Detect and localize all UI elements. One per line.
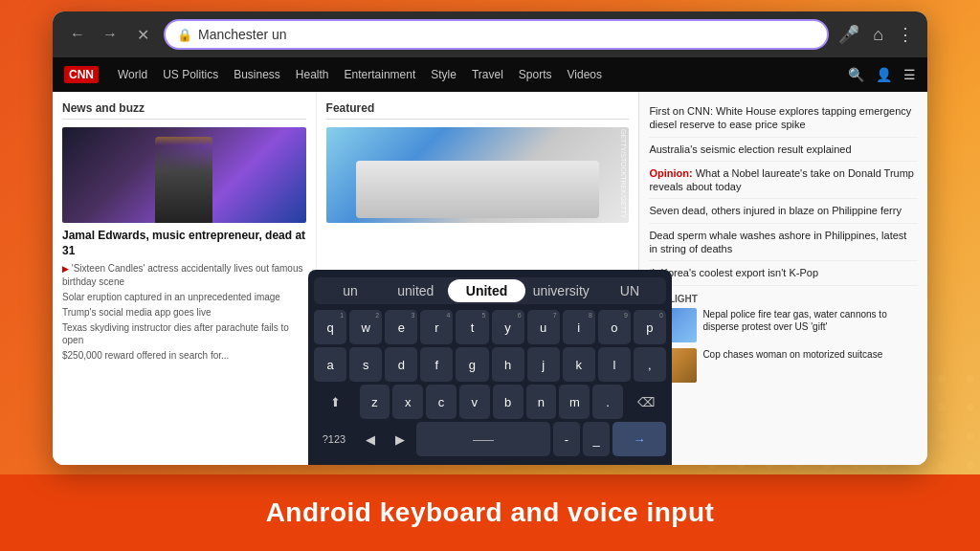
suggestion-un-caps[interactable]: UN	[597, 279, 662, 302]
svg-point-39	[967, 461, 974, 469]
key-dash[interactable]: -	[553, 422, 580, 456]
key-underscore[interactable]: _	[583, 422, 610, 456]
key-e[interactable]: 3e	[385, 310, 417, 344]
key-a[interactable]: a	[314, 347, 346, 382]
bottom-banner-text: Android keyboard and voice input	[266, 497, 715, 528]
svg-point-9	[967, 375, 974, 383]
back-button[interactable]: ←	[66, 26, 89, 43]
featured-credit: GETTY/STOCKTREK/GETTY	[620, 129, 627, 218]
key-w[interactable]: 2w	[349, 310, 382, 344]
cnn-logo[interactable]: CNN	[64, 66, 99, 83]
browser-chrome: ← → ✕ 🔒 Manchester un 🎤 ⌂ ⋮	[53, 11, 927, 57]
key-arrow-left[interactable]: ◀	[357, 422, 384, 456]
key-row-1: 1q 2w 3e 4r 5t 6y 7u 8i 9o 0p	[314, 310, 666, 344]
close-button[interactable]: ✕	[131, 26, 154, 44]
user-icon[interactable]: 👤	[876, 67, 892, 82]
nav-us-politics[interactable]: US Politics	[155, 68, 226, 81]
key-z[interactable]: z	[360, 385, 390, 419]
nav-style[interactable]: Style	[423, 68, 464, 81]
key-enter[interactable]: →	[612, 422, 666, 456]
sidebar-item-1[interactable]: First on CNN: White House explores tappi…	[649, 99, 918, 138]
nav-health[interactable]: Health	[288, 68, 337, 81]
news-image	[62, 127, 306, 223]
key-o[interactable]: 9o	[598, 310, 631, 344]
suggestion-un[interactable]: un	[318, 279, 383, 302]
news-subitem-3[interactable]: Trump's social media app goes live	[62, 306, 306, 319]
suggestions-row: un united United university UN	[314, 277, 666, 304]
spotlight-label: potlight	[649, 294, 918, 304]
key-l[interactable]: l	[598, 347, 631, 382]
key-f[interactable]: f	[420, 347, 453, 382]
nav-sports[interactable]: Sports	[511, 68, 560, 81]
bottom-banner: Android keyboard and voice input	[0, 474, 980, 551]
key-x[interactable]: x	[392, 385, 423, 419]
key-i[interactable]: 8i	[563, 310, 595, 344]
key-row-2: a s d f g h j k l ,	[314, 347, 666, 382]
news-headline[interactable]: Jamal Edwards, music entrepreneur, dead …	[62, 229, 306, 258]
key-backspace[interactable]: ⌫	[626, 385, 666, 419]
nav-travel[interactable]: Travel	[464, 68, 511, 81]
suggestion-united-lower[interactable]: united	[383, 279, 448, 302]
key-t[interactable]: 5t	[456, 310, 488, 344]
key-k[interactable]: k	[563, 347, 595, 382]
key-s[interactable]: s	[349, 347, 382, 382]
key-b[interactable]: b	[493, 385, 523, 419]
key-arrow-right[interactable]: ▶	[387, 422, 413, 456]
nav-business[interactable]: Business	[226, 68, 288, 81]
key-y[interactable]: 6y	[492, 310, 524, 344]
news-subitem-1[interactable]: ▶ 'Sixteen Candles' actress accidentally…	[62, 262, 306, 288]
sidebar-item-3[interactable]: Opinion: What a Nobel laureate's take on…	[649, 162, 918, 200]
key-shift[interactable]: ⬆	[314, 385, 357, 419]
key-h[interactable]: h	[492, 347, 524, 382]
spotlight-text-2: Cop chases woman on motorized suitcase	[702, 348, 882, 383]
key-period[interactable]: .	[592, 385, 623, 419]
news-image-person	[155, 137, 212, 223]
key-numbers[interactable]: ?123	[314, 422, 354, 456]
address-text: Manchester un	[198, 27, 815, 42]
key-space[interactable]: ——	[416, 422, 550, 456]
key-d[interactable]: d	[385, 347, 417, 382]
svg-point-8	[938, 375, 946, 383]
cnn-nav-right: 🔍 👤 ☰	[848, 67, 916, 82]
nav-world[interactable]: World	[110, 68, 155, 81]
news-subitem-4[interactable]: Texas skydiving instructor dies after pa…	[62, 321, 306, 346]
key-j[interactable]: j	[527, 347, 560, 382]
sidebar-item-6[interactable]: th Korea's coolest export isn't K-Pop	[649, 261, 918, 285]
key-row-3: ⬆ z x c v b n m . ⌫	[314, 385, 666, 419]
menu-icon[interactable]: ⋮	[897, 24, 914, 45]
key-r[interactable]: 4r	[420, 310, 453, 344]
mic-icon[interactable]: 🎤	[838, 24, 859, 45]
key-comma[interactable]: ,	[634, 347, 666, 382]
news-subitem-2[interactable]: Solar eruption captured in an unpreceden…	[62, 291, 306, 303]
key-m[interactable]: m	[559, 385, 590, 419]
keyboard-overlay: un united United university UN 1q 2w 3e …	[308, 270, 672, 465]
sidebar-item-2[interactable]: Australia's seismic election result expl…	[649, 138, 918, 162]
svg-point-38	[938, 461, 946, 469]
suggestion-united[interactable]: United	[448, 279, 524, 302]
featured-title: Featured	[326, 101, 630, 120]
suggestion-university[interactable]: university	[525, 279, 597, 302]
spotlight-item-1[interactable]: Nepal police fire tear gas, water cannon…	[649, 308, 918, 342]
spotlight-item-2[interactable]: Cop chases woman on motorized suitcase	[649, 348, 918, 383]
key-u[interactable]: 7u	[527, 310, 560, 344]
key-n[interactable]: n	[526, 385, 557, 419]
sidebar-item-4[interactable]: Seven dead, others injured in blaze on P…	[649, 199, 918, 223]
nav-videos[interactable]: Videos	[560, 68, 610, 81]
svg-point-29	[967, 432, 974, 440]
key-q[interactable]: 1q	[314, 310, 346, 344]
news-subitem-5[interactable]: $250,000 reward offered in search for...	[62, 349, 306, 362]
forward-button[interactable]: →	[99, 26, 122, 43]
spotlight-text-1: Nepal police fire tear gas, water cannon…	[702, 308, 918, 342]
news-buzz-title: News and buzz	[62, 101, 306, 120]
key-g[interactable]: g	[456, 347, 488, 382]
nav-entertainment[interactable]: Entertainment	[337, 68, 424, 81]
svg-point-19	[967, 404, 974, 411]
key-c[interactable]: c	[426, 385, 457, 419]
sidebar-item-5[interactable]: Dead sperm whale washes ashore in Philip…	[649, 224, 918, 262]
search-icon[interactable]: 🔍	[848, 67, 864, 82]
address-bar[interactable]: 🔒 Manchester un	[164, 19, 829, 50]
key-p[interactable]: 0p	[634, 310, 666, 344]
hamburger-icon[interactable]: ☰	[903, 67, 916, 82]
key-v[interactable]: v	[459, 385, 490, 419]
home-icon[interactable]: ⌂	[873, 25, 883, 45]
